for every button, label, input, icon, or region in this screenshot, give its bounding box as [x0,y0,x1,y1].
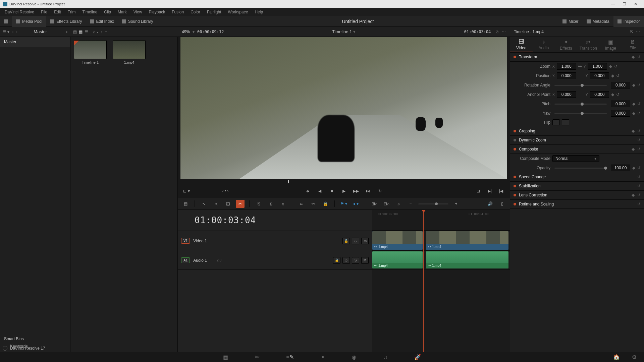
zoom-custom[interactable]: ⌕ [394,200,403,208]
menu-playback[interactable]: Playback [145,10,168,14]
viewer-scrubber[interactable] [180,179,507,184]
reset-icon[interactable]: ↺ [637,129,641,133]
go-first-button[interactable]: ⏮ [304,187,312,195]
track-lock-v1[interactable]: 🔒 [342,238,350,244]
track-badge-v1[interactable]: V1 [181,238,190,244]
reset-icon[interactable]: ↺ [637,147,641,152]
view-metadata-icon[interactable]: ▤ [73,29,77,34]
reset-icon[interactable]: ↺ [637,83,641,87]
viewer-canvas[interactable] [180,37,507,179]
keyframe-icon[interactable]: ◆ [611,73,614,78]
reset-icon[interactable]: ↺ [637,102,641,106]
inspector-expand-icon[interactable]: ⇱ [630,29,633,34]
timeline-zoom-slider[interactable] [418,203,448,204]
menu-davinci-resolve[interactable]: DaVinci Resolve [1,10,38,14]
reset-icon[interactable]: ↺ [614,64,618,69]
keyframe-icon[interactable]: ◆ [609,64,612,69]
page-color[interactable]: ◉ [348,353,360,362]
track-solo-a1[interactable]: S [352,257,359,264]
page-edit[interactable]: ≡✎ [283,353,297,362]
flip-v-button[interactable] [562,119,569,125]
reset-icon[interactable]: ↺ [637,175,641,179]
viewer-mode-dropdown[interactable]: ⊡ ▾ [182,187,191,195]
tab-video[interactable]: 🎞Video [510,37,533,52]
smart-bins-header[interactable]: Smart Bins [4,337,66,341]
zoom-x-input[interactable]: 1.000 [557,63,576,70]
play-button[interactable]: ▶ [340,187,348,195]
menu-fusion[interactable]: Fusion [168,10,187,14]
next-edit-icon[interactable]: ▶| [486,187,494,195]
menu-workspace[interactable]: Workspace [225,10,252,14]
keyframe-icon[interactable]: ◆ [632,129,635,133]
zoom-out[interactable]: − [406,200,415,208]
zoom-detail[interactable]: ⊟⌕ [382,200,391,208]
track-disable-v1[interactable]: ▭ [361,238,369,244]
view-grid-icon[interactable]: ▦ [79,29,83,34]
menu-trim[interactable]: Trim [64,10,79,14]
audio-clip-1[interactable]: ⚯1.mp4 [372,251,423,268]
video-clip-2[interactable]: ⚯1.mp4 [426,231,508,250]
edit-index-toggle[interactable]: Edit Index [86,16,118,27]
keyframe-icon[interactable]: ◆ [632,111,635,116]
page-media[interactable]: ▦ [220,353,231,362]
playhead-mark[interactable] [288,180,289,183]
timeline-ruler[interactable]: 01:00:02:00 01:00:04:00 [372,210,510,231]
prev-edit-icon[interactable]: |◀ [497,187,505,195]
track-mute-a1[interactable]: M [361,257,369,264]
track-lock-a1[interactable]: 🔒 [333,257,340,264]
blade-tool[interactable]: ✂ [236,200,245,208]
link-toggle[interactable]: ⚯ [309,200,318,208]
timeline-tracks[interactable]: 01:00:02:00 01:00:04:00 ⚯1.mp4 ⚯1.mp4 [372,210,510,352]
audio-monitor-icon[interactable]: 🔊 [486,200,494,208]
keyframe-icon[interactable]: ◆ [632,193,635,197]
sound-library-toggle[interactable]: Sound Library [118,16,157,27]
pos-y-input[interactable]: 0.000 [590,72,609,79]
tab-audio[interactable]: ♪Audio [533,37,555,52]
overwrite-clip[interactable]: ⎗ [266,200,275,208]
opacity-slider[interactable] [554,168,607,169]
reset-icon[interactable]: ↺ [616,92,620,97]
viewer-options-icon[interactable]: ⋯ [502,29,506,34]
insert-clip[interactable]: ⎘ [254,200,263,208]
home-button[interactable]: 🏠 [610,353,623,362]
section-composite[interactable]: Composite◆↺ [510,145,644,154]
reset-icon[interactable]: ↺ [637,184,641,188]
menu-color[interactable]: Color [187,10,204,14]
timeline-view-options[interactable]: ▤ [181,200,190,208]
link-xy-icon[interactable]: ⚯ [578,64,582,69]
tab-image[interactable]: ▣Image [599,37,622,52]
reset-icon[interactable]: ↺ [637,166,641,170]
search-icon[interactable]: ⌕ ▾ [93,29,99,34]
track-auto-select-a1[interactable]: ◇ [342,257,350,264]
flag-dropdown[interactable]: ⚑ ▾ [339,200,348,208]
menu-help[interactable]: Help [251,10,266,14]
anchor-y-input[interactable]: 0.000 [590,91,609,98]
track-header-v1[interactable]: V1 Video 1 🔒 ◇ ▭ [178,231,372,251]
page-cut[interactable]: ✄ [252,353,263,362]
yaw-slider[interactable] [554,113,607,114]
clip-thumb-1mp4[interactable]: 1.mp4 [113,40,146,64]
single-viewer-icon[interactable]: ⊡ [474,187,482,195]
reset-icon[interactable]: ↺ [637,138,641,142]
reset-icon[interactable]: ↺ [637,193,641,197]
minimize-button[interactable]: — [607,0,619,8]
yaw-input[interactable]: 0.000 [611,110,630,117]
maximize-button[interactable]: ☐ [619,0,630,8]
composite-mode-select[interactable]: Normal ▾ [552,155,599,162]
bin-master[interactable]: Master [0,37,70,47]
rotation-slider[interactable] [554,85,607,86]
sort-icon[interactable]: ↕ [101,29,103,34]
track-badge-a1[interactable]: A1 [181,257,190,263]
step-fwd-button[interactable]: ▶▶ [352,187,360,195]
meter-icon[interactable]: ▯ [498,200,506,208]
timeline-name-dropdown[interactable]: Timeline 1 ▾ [332,29,356,34]
page-fusion[interactable]: ✦ [317,353,328,362]
metadata-toggle[interactable]: Metadata [583,16,613,27]
media-pool-toggle[interactable]: Media Pool [12,16,46,27]
page-fairlight[interactable]: ♫ [380,353,391,362]
bypass-icon[interactable]: ⊘ [495,29,499,34]
menu-fairlight[interactable]: Fairlight [204,10,225,14]
clip-thumb-timeline1[interactable]: Timeline 1 [74,40,107,64]
menu-mark[interactable]: Mark [114,10,130,14]
menu-file[interactable]: File [38,10,51,14]
